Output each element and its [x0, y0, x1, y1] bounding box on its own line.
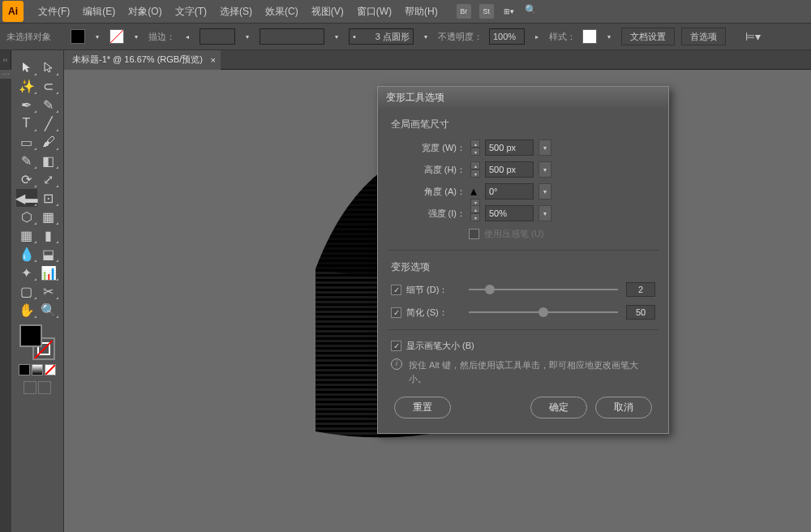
detail-slider[interactable]: [469, 289, 618, 290]
doc-setup-button[interactable]: 文档设置: [621, 28, 675, 45]
stock-icon[interactable]: St: [479, 4, 494, 19]
menu-edit[interactable]: 编辑(E): [76, 5, 122, 19]
height-down[interactable]: ▾: [470, 169, 480, 178]
show-brush-checkbox[interactable]: [391, 341, 401, 351]
intensity-up[interactable]: ▴: [470, 205, 480, 213]
align-icon[interactable]: ⊨▾: [745, 30, 761, 43]
rectangle-tool[interactable]: ▭: [16, 133, 37, 151]
menu-file[interactable]: 文件(F): [32, 5, 76, 19]
angle-label: 角度 (A)：: [415, 186, 466, 198]
width-tool[interactable]: ◀▬: [16, 189, 37, 207]
type-tool[interactable]: T: [16, 114, 37, 132]
width-up[interactable]: ▴: [470, 139, 480, 148]
stroke-weight-spinner[interactable]: ◂: [182, 32, 193, 41]
paintbrush-tool[interactable]: 🖌: [38, 133, 59, 151]
slice-tool[interactable]: ✂: [38, 282, 59, 300]
scale-tool[interactable]: ⤢: [38, 170, 59, 188]
direct-selection-tool[interactable]: [38, 58, 59, 76]
fill-color[interactable]: [19, 324, 42, 347]
none-mode[interactable]: [45, 364, 56, 375]
angle-input[interactable]: [485, 183, 534, 200]
angle-up[interactable]: ▴: [470, 183, 480, 199]
shape-builder-tool[interactable]: ⬡: [16, 208, 37, 225]
prefs-button[interactable]: 首选项: [681, 28, 726, 45]
fill-swatch[interactable]: [71, 29, 85, 44]
width-label: 宽度 (W)：: [415, 142, 466, 154]
rotate-tool[interactable]: ⟳: [16, 170, 37, 188]
menu-window[interactable]: 窗口(W): [350, 5, 398, 19]
stroke-dropdown-icon[interactable]: ▾: [131, 32, 142, 41]
hand-tool[interactable]: ✋: [16, 301, 37, 319]
free-transform-tool[interactable]: ⊡: [38, 189, 59, 207]
width-dropdown[interactable]: ▾: [539, 139, 551, 156]
zoom-tool[interactable]: 🔍: [38, 301, 59, 319]
search-icon[interactable]: 🔍: [525, 4, 537, 19]
width-down[interactable]: ▾: [470, 148, 480, 156]
simplify-slider[interactable]: [469, 311, 618, 313]
brush-def[interactable]: •3 点圆形: [349, 28, 414, 45]
cancel-button[interactable]: 取消: [595, 397, 652, 418]
simplify-checkbox[interactable]: [391, 307, 401, 318]
selection-tool[interactable]: [16, 58, 37, 76]
perspective-tool[interactable]: ▦: [38, 208, 59, 225]
opacity-input[interactable]: [489, 28, 525, 45]
menu-help[interactable]: 帮助(H): [398, 5, 444, 19]
menu-object[interactable]: 对象(O): [122, 5, 168, 19]
close-icon[interactable]: ×: [211, 55, 216, 65]
intensity-dropdown[interactable]: ▾: [539, 205, 551, 221]
panel-collapse-icon[interactable]: ‹‹: [0, 50, 11, 69]
tip-text: i 按住 Alt 键，然后使用该工具单击，即可相应地更改画笔大小。: [391, 358, 655, 385]
stroke-swatch[interactable]: [109, 29, 124, 44]
height-up[interactable]: ▴: [470, 161, 480, 169]
menu-bar: Ai 文件(F) 编辑(E) 对象(O) 文字(T) 选择(S) 效果(C) 视…: [0, 0, 811, 23]
height-dropdown[interactable]: ▾: [539, 161, 551, 178]
detail-value[interactable]: [626, 282, 655, 297]
pen-tool[interactable]: ✒: [16, 96, 37, 114]
gradient-mode[interactable]: [32, 364, 43, 375]
menu-effect[interactable]: 效果(C): [259, 5, 305, 19]
tool-grip[interactable]: ⋯: [0, 69, 11, 79]
curvature-tool[interactable]: ✎: [38, 96, 59, 114]
draw-normal[interactable]: [24, 381, 36, 394]
menu-view[interactable]: 视图(V): [305, 5, 350, 19]
style-swatch[interactable]: [582, 29, 597, 44]
stroke-label: 描边：: [148, 31, 175, 43]
stroke-profile[interactable]: [260, 28, 324, 45]
simplify-value[interactable]: [626, 305, 655, 320]
width-input[interactable]: [485, 139, 534, 156]
bridge-icon[interactable]: Br: [457, 4, 471, 19]
arrange-icon[interactable]: ⊞▾: [502, 4, 517, 19]
gradient-tool[interactable]: ▮: [38, 226, 59, 244]
document-tab[interactable]: 未标题-1* @ 16.67% (RGB/预览) ×: [64, 50, 221, 70]
color-mode[interactable]: [19, 364, 30, 375]
draw-behind[interactable]: [38, 381, 51, 394]
eyedropper-tool[interactable]: 💧: [16, 245, 37, 263]
symbol-sprayer-tool[interactable]: ✦: [16, 264, 37, 281]
blend-tool[interactable]: ⬓: [38, 245, 59, 263]
pressure-checkbox: [469, 229, 479, 239]
shaper-tool[interactable]: ✎: [16, 152, 37, 169]
intensity-input[interactable]: [485, 205, 534, 221]
detail-checkbox[interactable]: [391, 285, 401, 295]
stroke-weight-input[interactable]: [200, 28, 235, 45]
line-tool[interactable]: ╱: [38, 114, 59, 132]
fill-stroke-control[interactable]: [19, 324, 55, 360]
magic-wand-tool[interactable]: ✨: [16, 77, 37, 95]
stroke-weight-dd[interactable]: ▾: [242, 32, 253, 41]
selection-label: 未选择对象: [6, 31, 51, 43]
angle-dropdown[interactable]: ▾: [539, 183, 551, 200]
eraser-tool[interactable]: ◧: [38, 152, 59, 169]
reset-button[interactable]: 重置: [394, 397, 451, 418]
menu-type[interactable]: 文字(T): [169, 5, 213, 19]
height-input[interactable]: [485, 161, 534, 178]
dialog-title-bar[interactable]: 变形工具选项: [378, 87, 668, 108]
app-icon: Ai: [2, 1, 24, 22]
lasso-tool[interactable]: ⊂: [38, 77, 59, 95]
fill-dropdown-icon[interactable]: ▾: [92, 32, 103, 41]
ok-button[interactable]: 确定: [530, 397, 587, 418]
artboard-tool[interactable]: ▢: [16, 282, 37, 300]
column-graph-tool[interactable]: 📊: [38, 264, 59, 281]
intensity-down[interactable]: ▾: [470, 213, 480, 221]
menu-select[interactable]: 选择(S): [213, 5, 259, 19]
mesh-tool[interactable]: ▦: [16, 226, 37, 244]
